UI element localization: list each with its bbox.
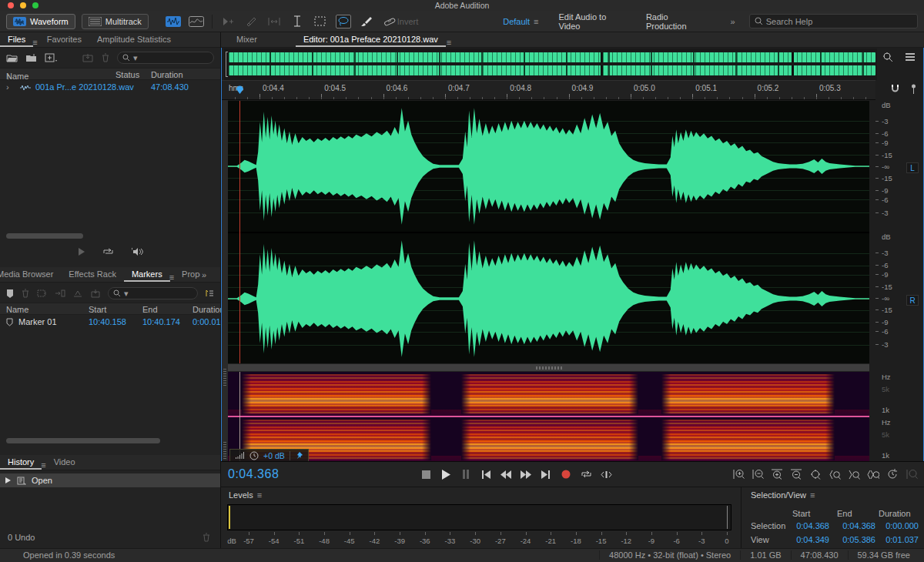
- preview-volume-button[interactable]: [131, 247, 143, 256]
- selection-duration[interactable]: 0:00.000: [871, 521, 919, 530]
- zoom-navigate-icon[interactable]: [882, 52, 894, 62]
- workspace-overflow-chevrons[interactable]: »: [730, 17, 735, 26]
- right-channel-badge[interactable]: R: [906, 295, 919, 306]
- markers-panel-menu-icon[interactable]: [166, 273, 174, 282]
- tab-amplitude-statistics[interactable]: Amplitude Statistics: [89, 32, 179, 47]
- zoom-in-at-in-point-button[interactable]: [829, 468, 841, 480]
- snap-magnet-icon[interactable]: [890, 84, 900, 94]
- left-channel-badge[interactable]: L: [906, 162, 919, 173]
- marker-end[interactable]: 10:40.174: [142, 317, 180, 326]
- marker-duration[interactable]: 0:00.016: [192, 317, 221, 326]
- zoom-out-amplitude-button[interactable]: [752, 468, 764, 480]
- tab-properties[interactable]: Properties: [174, 267, 200, 282]
- disclosure-icon[interactable]: ›: [6, 82, 9, 92]
- marquee-selection-tool[interactable]: [313, 15, 328, 28]
- markers-overflow-chevrons[interactable]: »: [200, 268, 208, 282]
- tab-media-browser[interactable]: Media Browser: [0, 267, 61, 282]
- file-row[interactable]: › 001a Pr...e 20210128.wav 47:08.430: [0, 81, 220, 94]
- files-panel-menu-icon[interactable]: [28, 38, 37, 47]
- help-search-input[interactable]: [766, 17, 912, 26]
- gain-value[interactable]: +0 dB: [263, 451, 285, 460]
- import-file-icon[interactable]: [25, 53, 38, 62]
- editor-hscrollbar[interactable]: [228, 363, 869, 372]
- spot-healing-brush-tool[interactable]: [382, 15, 397, 28]
- multitrack-mode-button[interactable]: Multitrack: [82, 14, 149, 29]
- files-hscrollbar[interactable]: [6, 233, 83, 239]
- workspace-menu-icon[interactable]: [530, 17, 538, 26]
- marker-start[interactable]: 10:40.158: [89, 317, 126, 326]
- zoom-to-selection-button[interactable]: [867, 468, 879, 480]
- tab-video[interactable]: Video: [46, 455, 83, 470]
- waveform-mode-button[interactable]: Waveform: [6, 14, 75, 29]
- selection-view-menu-icon[interactable]: [806, 490, 815, 500]
- skip-selection-button[interactable]: [600, 468, 612, 480]
- marker-row[interactable]: Marker 01 10:40.158 10:40.174 0:00.016: [0, 316, 220, 329]
- time-display[interactable]: 0:04.368: [228, 467, 279, 481]
- move-tool[interactable]: [220, 15, 236, 28]
- stop-button[interactable]: [420, 468, 432, 480]
- frequency-ruler[interactable]: Hz5k1kHz5k1k: [875, 372, 902, 462]
- marker-name[interactable]: Marker 01: [18, 317, 57, 326]
- tab-favorites[interactable]: Favorites: [39, 32, 89, 47]
- overview-selection-handle[interactable]: [226, 52, 228, 77]
- time-selection-tool[interactable]: [290, 15, 305, 28]
- workspace-edit-audio-to-video[interactable]: Edit Audio to Video: [559, 12, 626, 31]
- levels-title[interactable]: Levels: [229, 490, 262, 500]
- play-button[interactable]: [440, 468, 452, 480]
- editor-left-gutter[interactable]: [222, 80, 228, 460]
- new-file-icon[interactable]: [45, 53, 58, 62]
- waveform-overview[interactable]: [224, 49, 877, 80]
- markers-table-header[interactable]: Name Start End Duration: [0, 303, 220, 315]
- selection-view-title[interactable]: Selection/View: [751, 490, 815, 500]
- loop-playback-button[interactable]: [580, 468, 592, 480]
- view-duration[interactable]: 0:01.037: [871, 535, 919, 544]
- tab-editor-file[interactable]: Editor: 001a Preface 20210128.wav: [296, 32, 446, 47]
- workspace-radio-production[interactable]: Radio Production: [646, 12, 708, 31]
- tab-effects-rack[interactable]: Effects Rack: [61, 267, 124, 282]
- paintbrush-selection-tool[interactable]: [359, 15, 374, 28]
- record-button[interactable]: [560, 468, 572, 480]
- files-table-header[interactable]: Name ↑ Status Duration: [0, 68, 220, 80]
- files-search-field[interactable]: ▾: [117, 52, 214, 64]
- skip-to-end-button[interactable]: [540, 468, 552, 480]
- hud-pin-icon[interactable]: [295, 451, 303, 460]
- rewind-button[interactable]: [500, 468, 512, 480]
- gain-hud[interactable]: +0 dB: [229, 449, 309, 462]
- playhead-line[interactable]: [239, 101, 240, 363]
- open-file-icon[interactable]: [6, 53, 18, 62]
- tab-markers[interactable]: Markers: [124, 267, 170, 282]
- markers-search-field[interactable]: ▾: [108, 287, 198, 299]
- add-marker-icon[interactable]: [6, 289, 14, 299]
- marker-list-options-icon[interactable]: [205, 289, 214, 298]
- history-item-open[interactable]: Open: [0, 473, 220, 487]
- zoom-reset-button[interactable]: [809, 468, 822, 480]
- slip-tool[interactable]: [266, 15, 282, 28]
- skip-to-start-button[interactable]: [480, 468, 492, 480]
- overview-menu-icon[interactable]: [905, 52, 916, 62]
- zoom-out-time-button[interactable]: [790, 468, 802, 480]
- zoom-in-time-button[interactable]: [771, 468, 783, 480]
- history-panel-menu-icon[interactable]: [37, 460, 45, 470]
- levels-menu-icon[interactable]: [253, 490, 262, 500]
- help-search-box[interactable]: [749, 14, 918, 28]
- waveform-display[interactable]: [228, 101, 869, 363]
- preview-loop-button[interactable]: [102, 247, 114, 256]
- view-start[interactable]: 0:04.349: [782, 535, 829, 544]
- editor-panel-menu-icon[interactable]: [443, 38, 451, 47]
- timeline-ruler[interactable]: hms 0:04.40:04.50:04.60:04.70:04.80:04.9…: [222, 80, 875, 100]
- selection-end[interactable]: 0:04.368: [828, 521, 875, 530]
- view-end[interactable]: 0:05.386: [828, 535, 875, 544]
- tab-mixer[interactable]: Mixer: [229, 32, 265, 47]
- waveform-left-channel[interactable]: [228, 101, 869, 232]
- razor-tool[interactable]: [243, 15, 259, 28]
- file-name[interactable]: 001a Pr...e 20210128.wav: [35, 82, 134, 92]
- fast-forward-button[interactable]: [520, 468, 532, 480]
- zoom-full-reset-button[interactable]: [886, 468, 899, 480]
- lasso-selection-tool[interactable]: [336, 15, 351, 28]
- marker-pin-icon[interactable]: [910, 84, 917, 94]
- tab-history[interactable]: History: [0, 455, 42, 470]
- waveform-view-toggle[interactable]: [166, 15, 181, 28]
- workspace-default[interactable]: Default: [503, 17, 530, 26]
- spectral-view-toggle[interactable]: [189, 15, 204, 28]
- waveform-right-channel[interactable]: [228, 233, 869, 364]
